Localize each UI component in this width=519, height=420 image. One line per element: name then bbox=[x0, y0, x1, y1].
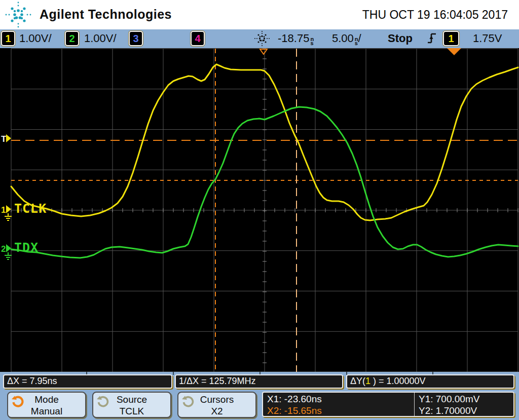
knob-icon bbox=[11, 395, 24, 408]
datetime: THU OCT 19 16:04:05 2017 bbox=[362, 8, 508, 22]
trace-label-tdx: TDX bbox=[14, 240, 39, 255]
x-cursor-values: X1: -23.60ns X2: -15.65ns bbox=[263, 393, 414, 416]
y1-value: Y1: 700.00mV bbox=[419, 393, 513, 405]
inverse-delta-x-readout: 1/ΔX = 125.79MHz bbox=[175, 374, 343, 389]
agilent-spark-icon-small bbox=[253, 30, 271, 47]
softkey-separator bbox=[173, 372, 174, 375]
softkey-menu: Mode Manual Source TCLK Cursors X2 X1: -… bbox=[0, 390, 519, 420]
svg-text:T: T bbox=[1, 134, 7, 144]
x1-value: X1: -23.60ns bbox=[267, 393, 414, 405]
cursor-readout-box: X1: -23.60ns X2: -15.65ns Y1: 700.00mV Y… bbox=[262, 392, 514, 417]
knob-icon bbox=[181, 395, 194, 408]
status-bar: 1 1.00V/ 2 1.00V/ 3 4 -18.75ns 5 bbox=[0, 29, 519, 48]
trace-label-tclk: TCLK bbox=[14, 201, 47, 216]
measure-bar: ΔX = 7.95ns 1/ΔX = 125.79MHz ΔY(1 ) = 1.… bbox=[0, 372, 519, 390]
svg-text:1: 1 bbox=[1, 205, 6, 215]
softkey-mode[interactable]: Mode Manual bbox=[7, 392, 86, 418]
trigger-source-badge[interactable]: 1 bbox=[443, 31, 459, 46]
channel-3-badge[interactable]: 3 bbox=[129, 31, 143, 46]
timebase-readout: 5.00ns/ bbox=[332, 32, 361, 45]
channel-1-scale: 1.00V/ bbox=[19, 32, 52, 45]
knob-icon bbox=[96, 395, 109, 408]
trigger-level: 1.75V bbox=[473, 32, 502, 45]
oscilloscope-screen: T12 TCLKTDX Agilent Technologies THU OCT… bbox=[0, 0, 519, 420]
channel-2-scale: 1.00V/ bbox=[84, 32, 117, 45]
y2-value: Y2: 1.70000V bbox=[419, 405, 513, 416]
acquisition-status: Stop bbox=[388, 32, 413, 45]
delay-readout: -18.75ns bbox=[278, 32, 314, 45]
graticule-and-waveforms: T12 bbox=[0, 0, 519, 420]
rising-edge-trigger-icon bbox=[427, 31, 436, 46]
channel-2-badge[interactable]: 2 bbox=[65, 31, 79, 46]
svg-text:2: 2 bbox=[1, 244, 6, 254]
header: Agilent Technologies THU OCT 19 16:04:05… bbox=[0, 0, 519, 29]
brand-title: Agilent Technologies bbox=[40, 7, 172, 22]
softkey-source[interactable]: Source TCLK bbox=[92, 392, 171, 418]
agilent-spark-icon bbox=[3, 1, 33, 28]
delta-y-readout: ΔY(1 ) = 1.00000V bbox=[346, 374, 514, 389]
delta-x-readout: ΔX = 7.95ns bbox=[3, 374, 172, 389]
channel-4-badge[interactable]: 4 bbox=[191, 31, 205, 46]
softkey-cursors[interactable]: Cursors X2 bbox=[177, 392, 256, 418]
y-cursor-values: Y1: 700.00mV Y2: 1.70000V bbox=[414, 393, 513, 416]
channel-1-badge[interactable]: 1 bbox=[1, 31, 15, 46]
x2-value: X2: -15.65ns bbox=[267, 405, 414, 416]
